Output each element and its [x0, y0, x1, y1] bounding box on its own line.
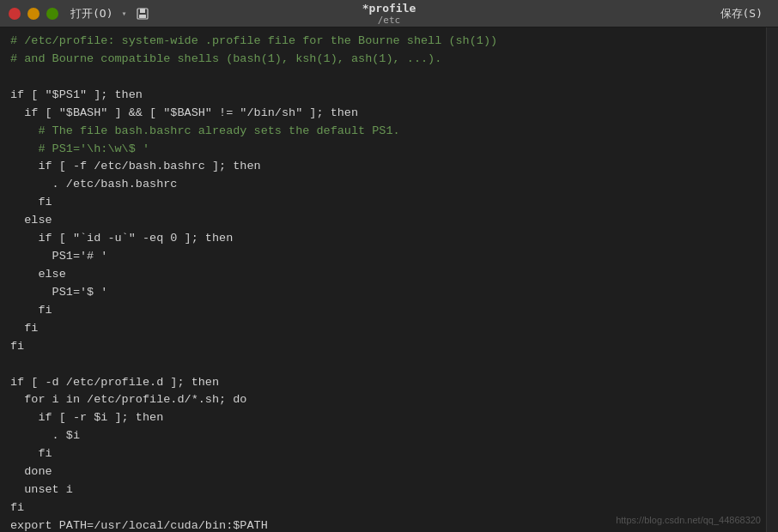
code-line: . $i [7, 427, 766, 445]
svg-rect-1 [140, 9, 145, 13]
code-line: PS1='# ' [7, 248, 766, 266]
close-button[interactable] [9, 8, 21, 20]
code-line: done [7, 463, 766, 481]
code-line [7, 69, 766, 87]
code-line: # /etc/profile: system-wide .profile fil… [7, 33, 766, 51]
code-line: if [ "$PS1" ]; then [7, 87, 766, 105]
code-line: for i in /etc/profile.d/*.sh; do [7, 391, 766, 409]
menu-arrow-icon: ▾ [121, 9, 126, 18]
right-panel [766, 27, 778, 532]
code-line: fi [7, 194, 766, 212]
save-icon-button[interactable] [134, 5, 151, 22]
minimize-button[interactable] [27, 8, 40, 20]
code-line: if [ -d /etc/profile.d ]; then [7, 374, 766, 392]
title-filepath: /etc [362, 15, 416, 26]
titlebar-center: *profile /etc [362, 2, 416, 26]
code-line: # PS1='\h:\w\$ ' [7, 141, 766, 159]
code-line: # The file bash.bashrc already sets the … [7, 123, 766, 141]
code-line: if [ -r $i ]; then [7, 409, 766, 427]
code-line: if [ "$BASH" ] && [ "$BASH" != "/bin/sh"… [7, 105, 766, 123]
titlebar-left: 打开(O) ▾ [9, 4, 151, 23]
code-line: if [ "`id -u`" -eq 0 ]; then [7, 230, 766, 248]
svg-rect-2 [139, 15, 146, 18]
code-line: fi [7, 445, 766, 463]
code-line: if [ -f /etc/bash.bashrc ]; then [7, 158, 766, 176]
code-line: . /etc/bash.bashrc [7, 176, 766, 194]
maximize-button[interactable] [46, 8, 58, 20]
watermark: https://blog.csdn.net/qq_44868320 [616, 515, 761, 525]
code-line: fi [7, 338, 766, 356]
editor-container: # /etc/profile: system-wide .profile fil… [0, 27, 778, 532]
titlebar-menu: 打开(O) ▾ [65, 4, 127, 23]
editor-content[interactable]: # /etc/profile: system-wide .profile fil… [0, 27, 766, 532]
code-line: else [7, 212, 766, 230]
code-line: unset i [7, 481, 766, 499]
titlebar: 打开(O) ▾ *profile /etc 保存(S) [0, 0, 778, 27]
code-line: fi [7, 302, 766, 320]
open-menu-item[interactable]: 打开(O) [65, 4, 118, 23]
code-line [7, 356, 766, 374]
code-line: PS1='$ ' [7, 284, 766, 302]
code-line: fi [7, 320, 766, 338]
code-line: else [7, 266, 766, 284]
code-line: # and Bourne compatible shells (bash(1),… [7, 51, 766, 69]
title-filename: *profile [362, 2, 416, 15]
save-button[interactable]: 保存(S) [714, 4, 769, 23]
